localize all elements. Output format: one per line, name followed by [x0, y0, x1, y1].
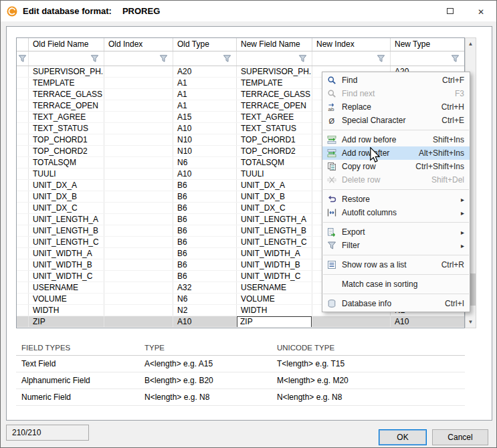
grid-cell[interactable] [104, 191, 173, 202]
row-header-cell[interactable] [17, 157, 29, 168]
grid-cell[interactable]: UNIT_WIDTH_C [29, 271, 104, 282]
grid-cell[interactable]: B6 [173, 203, 237, 213]
grid-cell[interactable]: TEXT_STATUS [29, 123, 104, 134]
grid-cell[interactable] [104, 316, 173, 327]
grid-cell[interactable]: TUULI [237, 169, 312, 179]
grid-cell[interactable] [104, 89, 173, 100]
grid-cell[interactable] [104, 225, 173, 236]
funnel-icon[interactable] [298, 54, 307, 63]
grid-cell[interactable]: B6 [173, 180, 237, 191]
menu-item-copy-row[interactable]: Copy rowCtrl+Shift+Ins [322, 160, 470, 173]
grid-cell[interactable] [104, 169, 173, 179]
grid-cell[interactable]: A10 [173, 316, 237, 327]
grid-cell[interactable] [104, 123, 173, 134]
grid-cell[interactable] [104, 180, 173, 191]
grid-cell[interactable]: TOP_CHORD2 [29, 146, 104, 156]
column-header-old-type[interactable]: Old Type [173, 38, 237, 51]
grid-cell[interactable]: UNIT_LENGTH_C [237, 237, 312, 247]
grid-cell[interactable]: A1 [173, 100, 237, 111]
row-header-cell[interactable] [17, 66, 29, 77]
menu-item-database-info[interactable]: Database infoCtrl+I [322, 297, 470, 310]
grid-cell[interactable]: TEXT_AGREE [29, 112, 104, 122]
column-header-new-type[interactable]: New Type [391, 38, 464, 51]
grid-cell[interactable]: A10 [391, 316, 464, 327]
grid-cell[interactable]: TERRACE_GLASS [29, 89, 104, 100]
grid-cell[interactable]: A1 [173, 89, 237, 100]
row-header-cell[interactable] [17, 316, 29, 327]
grid-cell[interactable]: B6 [173, 191, 237, 202]
grid-cell[interactable] [104, 271, 173, 282]
cancel-button[interactable]: Cancel [432, 429, 488, 445]
row-header-cell[interactable] [17, 248, 29, 259]
grid-cell[interactable]: TERRACE_OPEN [29, 100, 104, 111]
grid-cell[interactable]: N10 [173, 146, 237, 156]
row-header-cell[interactable] [17, 180, 29, 191]
row-header-cell[interactable] [17, 112, 29, 122]
funnel-icon[interactable] [223, 54, 231, 63]
menu-item-export[interactable]: Export▸ [322, 225, 470, 239]
grid-cell[interactable] [104, 157, 173, 168]
grid-cell[interactable]: B6 [173, 271, 237, 282]
grid-cell[interactable]: SUPERVISOR_PH... [237, 66, 312, 77]
row-header-cell[interactable] [17, 123, 29, 134]
grid-cell[interactable] [104, 259, 173, 270]
grid-cell[interactable] [104, 214, 173, 225]
grid-cell[interactable] [104, 134, 173, 145]
grid-cell[interactable]: UNIT_DX_C [29, 203, 104, 213]
menu-item-add-row-after[interactable]: Add row afterAlt+Shift+Ins [322, 146, 470, 160]
ok-button[interactable]: OK [379, 429, 427, 445]
grid-cell[interactable]: WIDTH [237, 305, 312, 316]
grid-cell[interactable]: TEXT_AGREE [237, 112, 312, 122]
grid-cell[interactable]: VOLUME [29, 294, 104, 304]
row-header-cell[interactable] [17, 203, 29, 213]
grid-cell[interactable]: TOTALSQM [237, 157, 312, 168]
grid-cell[interactable]: UNIT_DX_B [29, 191, 104, 202]
grid-cell[interactable]: B6 [173, 225, 237, 236]
row-header-cell[interactable] [17, 305, 29, 316]
row-header-cell[interactable] [17, 225, 29, 236]
grid-cell[interactable]: WIDTH [29, 305, 104, 316]
row-header-cell[interactable] [17, 259, 29, 270]
grid-cell[interactable]: A1 [173, 78, 237, 88]
grid-cell[interactable] [104, 237, 173, 247]
funnel-icon[interactable] [18, 54, 27, 63]
row-header-cell[interactable] [17, 271, 29, 282]
menu-item-show-row-as-a-list[interactable]: Show row as a listCtrl+R [322, 258, 470, 271]
column-header-old-field-name[interactable]: Old Field Name [29, 38, 104, 51]
row-header-cell[interactable] [17, 100, 29, 111]
grid-cell[interactable] [104, 248, 173, 259]
grid-cell[interactable]: A32 [173, 282, 237, 293]
grid-cell[interactable]: UNIT_LENGTH_B [237, 225, 312, 236]
grid-cell[interactable]: UNIT_LENGTH_B [29, 225, 104, 236]
inline-editor[interactable]: ZIP [237, 316, 312, 327]
grid-cell[interactable]: TEMPLATE [29, 78, 104, 88]
grid-cell[interactable]: UNIT_WIDTH_B [237, 259, 312, 270]
scroll-down-button[interactable]: ▼ [466, 316, 476, 328]
grid-cell[interactable]: N6 [173, 294, 237, 304]
column-header-new-index[interactable]: New Index [312, 38, 391, 51]
row-header-cell[interactable] [17, 282, 29, 293]
menu-item-filter[interactable]: Filter▸ [322, 239, 470, 252]
row-header-cell[interactable] [17, 237, 29, 247]
grid-cell[interactable]: B6 [173, 237, 237, 247]
grid-cell[interactable] [104, 282, 173, 293]
menu-item-replace[interactable]: abReplaceCtrl+H [322, 100, 470, 114]
grid-cell[interactable]: UNIT_DX_A [29, 180, 104, 191]
grid-cell[interactable]: UNIT_DX_A [237, 180, 312, 191]
menu-item-autofit-columns[interactable]: Autofit columns▸ [322, 206, 470, 219]
grid-cell[interactable]: TERRACE_GLASS [237, 89, 312, 100]
scroll-up-button[interactable]: ▲ [466, 38, 476, 49]
row-header-cell[interactable] [17, 294, 29, 304]
row-header-cell[interactable] [17, 214, 29, 225]
grid-cell[interactable] [104, 305, 173, 316]
row-header-cell[interactable] [17, 134, 29, 145]
grid-cell[interactable]: A20 [173, 66, 237, 77]
grid-cell[interactable]: UNIT_WIDTH_C [237, 271, 312, 282]
row-header-cell[interactable] [17, 169, 29, 179]
grid-cell[interactable] [104, 66, 173, 77]
grid-cell[interactable] [104, 100, 173, 111]
grid-cell[interactable]: UNIT_WIDTH_B [29, 259, 104, 270]
grid-cell[interactable]: UNIT_DX_B [237, 191, 312, 202]
grid-cell[interactable]: A15 [173, 112, 237, 122]
grid-cell[interactable]: SUPERVISOR_PH... [29, 66, 104, 77]
